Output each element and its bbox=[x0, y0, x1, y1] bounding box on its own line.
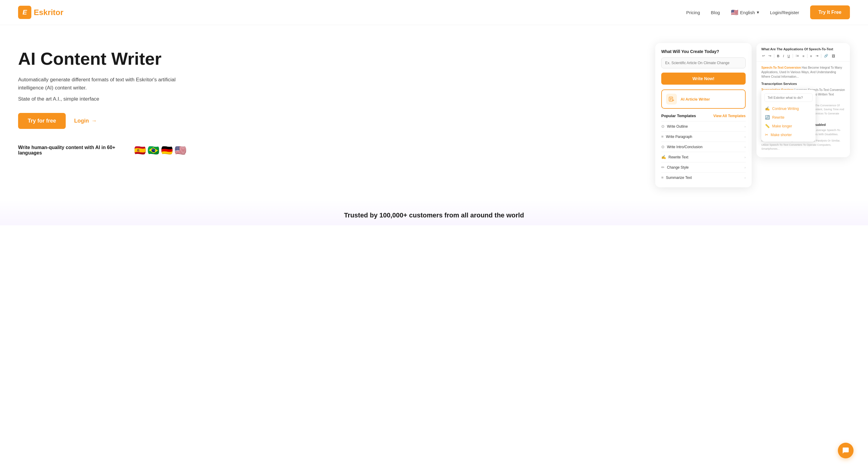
topic-input[interactable] bbox=[661, 58, 746, 68]
chevron-right-icon: › bbox=[744, 125, 746, 128]
ai-article-writer-box[interactable]: AI AI Article Writer bbox=[661, 90, 746, 109]
editor-header: What Are The Applications Of Speech-To-T… bbox=[756, 43, 850, 62]
hero-section: AI Content Writer Automatically generate… bbox=[0, 25, 868, 199]
toolbar-separator bbox=[793, 54, 793, 58]
undo-button[interactable]: ↩ bbox=[761, 53, 766, 59]
template-label: Change Style bbox=[667, 165, 689, 170]
editor-title: What Are The Applications Of Speech-To-T… bbox=[761, 47, 845, 51]
outline-icon: ⊙ bbox=[661, 124, 664, 129]
template-label: Write Outline bbox=[667, 124, 688, 129]
spain-flag-icon: 🇪🇸 bbox=[133, 143, 147, 157]
template-label: Summarize Text bbox=[666, 175, 692, 180]
template-label: Rewrite Text bbox=[669, 155, 688, 159]
us-flag-icon: 🇺🇸 bbox=[731, 9, 738, 16]
template-write-outline[interactable]: ⊙ Write Outline › bbox=[661, 121, 746, 131]
make-shorter-icon: ✂ bbox=[765, 133, 768, 137]
image-button[interactable]: 🖼 bbox=[831, 54, 836, 59]
bold-button[interactable]: B bbox=[776, 54, 780, 59]
template-write-intro[interactable]: ⊙ Write Intro/Conclusion › bbox=[661, 141, 746, 152]
logo-text: Eskritor bbox=[34, 8, 63, 17]
hero-login-button[interactable]: Login → bbox=[74, 118, 97, 124]
nav-links: Pricing Blog 🇺🇸 English ▾ Login/Register… bbox=[686, 5, 850, 19]
make-shorter-label: Make shorter bbox=[771, 133, 792, 137]
make-longer-label: Make longer bbox=[772, 124, 792, 128]
logo-icon: E bbox=[18, 6, 31, 19]
nav-pricing[interactable]: Pricing bbox=[686, 10, 700, 15]
navbar: E Eskritor Pricing Blog 🇺🇸 English ▾ Log… bbox=[0, 0, 868, 25]
chevron-down-icon: ▾ bbox=[757, 10, 759, 15]
card1-title: What Will You Create Today? bbox=[661, 49, 746, 54]
nav-try-it-free-button[interactable]: Try It Free bbox=[810, 5, 850, 19]
hero-langs-text: Write human-quality content with AI in 6… bbox=[18, 145, 130, 156]
brazil-flag-icon: 🇧🇷 bbox=[147, 143, 160, 157]
chevron-right-icon: › bbox=[744, 145, 746, 149]
germany-flag-icon: 🇩🇪 bbox=[161, 143, 174, 157]
hero-left: AI Content Writer Automatically generate… bbox=[18, 43, 187, 157]
template-rewrite-text[interactable]: ✍ Rewrite Text › bbox=[661, 152, 746, 162]
align-button[interactable]: ≡ bbox=[809, 54, 813, 59]
trusted-title: Trusted by 100,000+ customers from all a… bbox=[18, 211, 850, 219]
templates-title: Popular Templates bbox=[661, 113, 696, 118]
nav-language-selector[interactable]: 🇺🇸 English ▾ bbox=[731, 9, 759, 16]
toolbar-separator bbox=[774, 54, 774, 58]
usa-flag-icon: 🇺🇸 bbox=[174, 143, 187, 157]
templates-list: ⊙ Write Outline › ≡ Write Paragraph › ⊙ bbox=[661, 121, 746, 182]
nav-blog[interactable]: Blog bbox=[711, 10, 720, 15]
ai-article-label: AI Article Writer bbox=[681, 97, 710, 101]
template-label: Write Intro/Conclusion bbox=[667, 145, 703, 149]
paragraph-icon: ≡ bbox=[661, 134, 664, 139]
hero-title: AI Content Writer bbox=[18, 49, 187, 68]
redo-button[interactable]: ↪ bbox=[768, 53, 772, 59]
continue-writing-icon: ✍ bbox=[765, 106, 770, 111]
make-longer-icon: 📏 bbox=[765, 124, 770, 128]
hero-description: Automatically generate different formats… bbox=[18, 76, 187, 92]
logo[interactable]: E Eskritor bbox=[18, 6, 63, 19]
chevron-right-icon: › bbox=[744, 176, 746, 179]
toolbar-separator bbox=[807, 54, 807, 58]
templates-header: Popular Templates View All Templates bbox=[661, 113, 746, 118]
trusted-section: Trusted by 100,000+ customers from all a… bbox=[0, 199, 868, 225]
section1-title: Transcription Services bbox=[761, 81, 845, 87]
rewrite-option[interactable]: 🔄 Rewrite bbox=[761, 113, 815, 122]
nav-login-register[interactable]: Login/Register bbox=[770, 10, 799, 15]
rewrite-icon: ✍ bbox=[661, 155, 666, 159]
write-now-button[interactable]: Write Now! bbox=[661, 73, 746, 85]
rewrite-label: Rewrite bbox=[772, 115, 784, 120]
toolbar-separator bbox=[821, 54, 821, 58]
svg-text:AI: AI bbox=[673, 99, 675, 101]
unordered-list-button[interactable]: ≡ bbox=[801, 54, 805, 59]
float-menu: ✍ Continue Writing 🔄 Rewrite 📏 Make long… bbox=[761, 90, 815, 141]
link-button[interactable]: 🔗 bbox=[823, 53, 829, 59]
hero-mockup: What Will You Create Today? Write Now! A… bbox=[655, 43, 850, 187]
body-text-1: Speech-To-Text Conversion Has Become Int… bbox=[761, 65, 845, 79]
underline-button[interactable]: U bbox=[786, 54, 791, 59]
lang-label: English bbox=[740, 10, 755, 15]
chevron-right-icon: › bbox=[744, 166, 746, 169]
chevron-right-icon: › bbox=[744, 135, 746, 138]
indent-button[interactable]: ⇥ bbox=[815, 53, 819, 59]
template-label: Write Paragraph bbox=[666, 135, 692, 139]
editor-toolbar: ↩ ↪ B I U ⁝≡ ≡ ≡ ⇥ 🔗 🖼 bbox=[761, 53, 845, 59]
arrow-icon: → bbox=[91, 118, 97, 124]
make-shorter-option[interactable]: ✂ Make shorter bbox=[761, 130, 815, 139]
style-icon: ✏ bbox=[661, 165, 664, 170]
rewrite-icon: 🔄 bbox=[765, 115, 770, 120]
summarize-icon: ≡ bbox=[661, 175, 664, 180]
ordered-list-button[interactable]: ⁝≡ bbox=[795, 53, 800, 59]
template-write-paragraph[interactable]: ≡ Write Paragraph › bbox=[661, 131, 746, 141]
eskritor-command-input[interactable] bbox=[764, 93, 812, 102]
view-all-templates-link[interactable]: View All Templates bbox=[713, 114, 746, 118]
italic-button[interactable]: I bbox=[782, 54, 785, 59]
template-summarize[interactable]: ≡ Summarize Text › bbox=[661, 172, 746, 182]
ai-article-icon: AI bbox=[666, 94, 677, 104]
editor-card: What Are The Applications Of Speech-To-T… bbox=[756, 43, 850, 157]
chevron-right-icon: › bbox=[744, 156, 746, 159]
make-longer-option[interactable]: 📏 Make longer bbox=[761, 122, 815, 130]
template-change-style[interactable]: ✏ Change Style › bbox=[661, 162, 746, 172]
intro-icon: ⊙ bbox=[661, 144, 664, 149]
hero-actions: Try for free Login → bbox=[18, 113, 187, 129]
hero-languages: Write human-quality content with AI in 6… bbox=[18, 143, 187, 157]
continue-writing-option[interactable]: ✍ Continue Writing bbox=[761, 104, 815, 113]
hero-try-free-button[interactable]: Try for free bbox=[18, 113, 66, 129]
login-label: Login bbox=[74, 118, 89, 124]
